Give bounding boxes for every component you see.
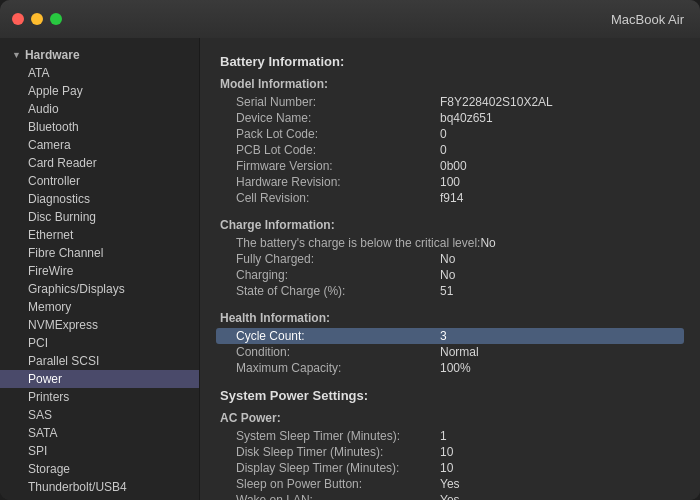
sidebar-item-diagnostics[interactable]: Diagnostics <box>0 190 199 208</box>
sidebar-item-bluetooth[interactable]: Bluetooth <box>0 118 199 136</box>
titlebar: MacBook Air <box>0 0 700 38</box>
sleep-on-power-label: Sleep on Power Button: <box>220 477 440 491</box>
sidebar-item-sata[interactable]: SATA <box>0 424 199 442</box>
sidebar-item-applepay[interactable]: Apple Pay <box>0 82 199 100</box>
sidebar: ▼ Hardware ATAApple PayAudioBluetoothCam… <box>0 38 200 500</box>
ac-power-group: AC Power: System Sleep Timer (Minutes): … <box>220 411 680 500</box>
health-info-group: Health Information: Cycle Count: 3 Condi… <box>220 311 680 376</box>
cycle-count-label: Cycle Count: <box>220 329 440 343</box>
sidebar-item-pci[interactable]: PCI <box>0 334 199 352</box>
sidebar-item-thunderboltusb4[interactable]: Thunderbolt/USB4 <box>0 478 199 496</box>
sidebar-item-fibrechannel[interactable]: Fibre Channel <box>0 244 199 262</box>
sidebar-item-nvmexpress[interactable]: NVMExpress <box>0 316 199 334</box>
hardware-rev-row: Hardware Revision: 100 <box>220 174 680 190</box>
cell-rev-label: Cell Revision: <box>220 191 440 205</box>
fully-charged-label: Fully Charged: <box>220 252 440 266</box>
sidebar-item-parallelscsi[interactable]: Parallel SCSI <box>0 352 199 370</box>
close-button[interactable] <box>12 13 24 25</box>
device-name-value: bq40z651 <box>440 111 493 125</box>
disk-sleep-label: Disk Sleep Timer (Minutes): <box>220 445 440 459</box>
condition-value: Normal <box>440 345 479 359</box>
below-critical-row: The battery's charge is below the critic… <box>220 235 680 251</box>
wake-on-lan-label: Wake on LAN: <box>220 493 440 500</box>
ac-power-label: AC Power: <box>220 411 680 425</box>
minimize-button[interactable] <box>31 13 43 25</box>
hardware-label: Hardware <box>25 48 80 62</box>
maximize-button[interactable] <box>50 13 62 25</box>
firmware-row: Firmware Version: 0b00 <box>220 158 680 174</box>
charging-label: Charging: <box>220 268 440 282</box>
state-of-charge-label: State of Charge (%): <box>220 284 440 298</box>
sidebar-item-graphicsdisplays[interactable]: Graphics/Displays <box>0 280 199 298</box>
sidebar-item-usb[interactable]: USB <box>0 496 199 500</box>
wake-on-lan-value: Yes <box>440 493 460 500</box>
health-info-label: Health Information: <box>220 311 680 325</box>
sidebar-item-controller[interactable]: Controller <box>0 172 199 190</box>
firmware-label: Firmware Version: <box>220 159 440 173</box>
sidebar-item-printers[interactable]: Printers <box>0 388 199 406</box>
state-of-charge-value: 51 <box>440 284 453 298</box>
firmware-value: 0b00 <box>440 159 467 173</box>
pack-lot-label: Pack Lot Code: <box>220 127 440 141</box>
sidebar-item-ata[interactable]: ATA <box>0 64 199 82</box>
cell-rev-value: f914 <box>440 191 463 205</box>
pcb-lot-label: PCB Lot Code: <box>220 143 440 157</box>
hardware-rev-label: Hardware Revision: <box>220 175 440 189</box>
battery-heading: Battery Information: <box>220 54 680 69</box>
model-info-label: Model Information: <box>220 77 680 91</box>
system-information-window: MacBook Air ▼ Hardware ATAApple PayAudio… <box>0 0 700 500</box>
cell-rev-row: Cell Revision: f914 <box>220 190 680 206</box>
below-critical-value: No <box>480 236 495 250</box>
state-of-charge-row: State of Charge (%): 51 <box>220 283 680 299</box>
sidebar-item-spi[interactable]: SPI <box>0 442 199 460</box>
model-info-group: Model Information: Serial Number: F8Y228… <box>220 77 680 206</box>
sleep-on-power-value: Yes <box>440 477 460 491</box>
system-sleep-label: System Sleep Timer (Minutes): <box>220 429 440 443</box>
sidebar-item-sas[interactable]: SAS <box>0 406 199 424</box>
window-title: MacBook Air <box>611 12 684 27</box>
device-name-label: Device Name: <box>220 111 440 125</box>
chevron-down-icon: ▼ <box>12 50 21 60</box>
max-capacity-label: Maximum Capacity: <box>220 361 440 375</box>
max-capacity-row: Maximum Capacity: 100% <box>220 360 680 376</box>
device-name-row: Device Name: bq40z651 <box>220 110 680 126</box>
system-sleep-value: 1 <box>440 429 447 443</box>
max-capacity-value: 100% <box>440 361 471 375</box>
system-sleep-row: System Sleep Timer (Minutes): 1 <box>220 428 680 444</box>
traffic-lights <box>12 13 62 25</box>
main-content: ▼ Hardware ATAApple PayAudioBluetoothCam… <box>0 38 700 500</box>
sidebar-item-camera[interactable]: Camera <box>0 136 199 154</box>
charge-info-label: Charge Information: <box>220 218 680 232</box>
charging-value: No <box>440 268 455 282</box>
pcb-lot-row: PCB Lot Code: 0 <box>220 142 680 158</box>
pack-lot-row: Pack Lot Code: 0 <box>220 126 680 142</box>
serial-number-row: Serial Number: F8Y228402S10X2AL <box>220 94 680 110</box>
sidebar-item-audio[interactable]: Audio <box>0 100 199 118</box>
charging-row: Charging: No <box>220 267 680 283</box>
cycle-count-row: Cycle Count: 3 <box>216 328 684 344</box>
condition-row: Condition: Normal <box>220 344 680 360</box>
sidebar-item-power[interactable]: Power <box>0 370 199 388</box>
below-critical-label: The battery's charge is below the critic… <box>220 236 480 250</box>
display-sleep-label: Display Sleep Timer (Minutes): <box>220 461 440 475</box>
sidebar-item-ethernet[interactable]: Ethernet <box>0 226 199 244</box>
sidebar-item-firewire[interactable]: FireWire <box>0 262 199 280</box>
condition-label: Condition: <box>220 345 440 359</box>
pcb-lot-value: 0 <box>440 143 447 157</box>
system-power-heading: System Power Settings: <box>220 388 680 403</box>
pack-lot-value: 0 <box>440 127 447 141</box>
sleep-on-power-row: Sleep on Power Button: Yes <box>220 476 680 492</box>
serial-number-label: Serial Number: <box>220 95 440 109</box>
cycle-count-value: 3 <box>440 329 447 343</box>
serial-number-value: F8Y228402S10X2AL <box>440 95 553 109</box>
sidebar-item-discburning[interactable]: Disc Burning <box>0 208 199 226</box>
sidebar-item-cardreader[interactable]: Card Reader <box>0 154 199 172</box>
sidebar-section-hardware[interactable]: ▼ Hardware <box>0 44 199 64</box>
cycle-count-container: Cycle Count: 3 <box>220 328 680 344</box>
hardware-rev-value: 100 <box>440 175 460 189</box>
sidebar-item-memory[interactable]: Memory <box>0 298 199 316</box>
sidebar-item-storage[interactable]: Storage <box>0 460 199 478</box>
fully-charged-row: Fully Charged: No <box>220 251 680 267</box>
disk-sleep-row: Disk Sleep Timer (Minutes): 10 <box>220 444 680 460</box>
disk-sleep-value: 10 <box>440 445 453 459</box>
